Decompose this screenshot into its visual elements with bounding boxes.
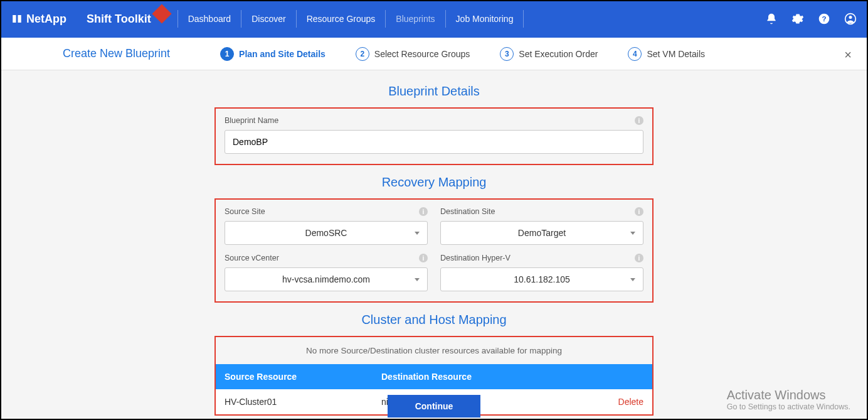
- source-site-select[interactable]: DemoSRC: [225, 221, 428, 245]
- cluster-table-header: Source Resource Destination Resource: [216, 364, 652, 389]
- step-number: 4: [628, 47, 642, 61]
- dest-hv-label: Destination Hyper-V i: [440, 254, 643, 262]
- nav-right: ?: [765, 13, 857, 25]
- step-label: Plan and Site Details: [239, 49, 326, 59]
- bp-name-label: Blueprint Name i: [225, 116, 643, 125]
- blueprint-details-title: Blueprint Details: [388, 84, 480, 99]
- nav-job-monitoring[interactable]: Job Monitoring: [455, 11, 515, 26]
- step-number: 3: [500, 47, 514, 61]
- netapp-logo-icon: [11, 13, 23, 24]
- info-icon[interactable]: i: [635, 207, 643, 216]
- dest-hv-value: 10.61.182.105: [514, 274, 570, 284]
- bp-name-input[interactable]: [225, 130, 643, 154]
- info-icon[interactable]: i: [419, 207, 428, 216]
- cluster-host-title: Cluster and Host Mapping: [361, 313, 506, 327]
- step-number: 1: [220, 47, 234, 61]
- dest-hv-label-text: Destination Hyper-V: [440, 254, 511, 262]
- no-more-resources-msg: No more Source/Destination cluster resou…: [216, 341, 652, 364]
- preview-badge-icon: [152, 4, 171, 23]
- svg-rect-1: [18, 15, 21, 23]
- source-vcenter-select[interactable]: hv-vcsa.nimdemo.com: [225, 267, 428, 291]
- step-label: Set VM Details: [647, 49, 705, 59]
- source-vcenter-value: hv-vcsa.nimdemo.com: [282, 274, 370, 284]
- main-content: Blueprint Details Blueprint Name i Recov…: [0, 70, 868, 420]
- app-title-text: Shift Toolkit: [87, 13, 151, 26]
- source-vcenter-label-text: Source vCenter: [225, 254, 279, 262]
- wizard-steps: 1 Plan and Site Details 2 Select Resourc…: [220, 47, 705, 61]
- nav-divider: [445, 10, 446, 28]
- step-label: Set Execution Order: [519, 49, 598, 59]
- svg-point-5: [849, 16, 852, 19]
- bell-icon[interactable]: [765, 13, 778, 25]
- header-source: Source Resource: [225, 372, 381, 382]
- info-icon[interactable]: i: [419, 254, 428, 262]
- dest-site-label-text: Destination Site: [440, 207, 495, 216]
- source-vcenter-label: Source vCenter i: [225, 254, 428, 262]
- step-select-rg[interactable]: 2 Select Resource Groups: [356, 47, 470, 61]
- nav-divider: [241, 10, 241, 28]
- dest-site-value: DemoTarget: [518, 228, 566, 238]
- watermark-title: Activate Windows: [727, 388, 850, 402]
- dest-site-select[interactable]: DemoTarget: [440, 221, 643, 245]
- brand-text: NetApp: [26, 13, 66, 26]
- top-nav: NetApp Shift Toolkit Dashboard Discover …: [0, 0, 868, 38]
- recovery-mapping-card: Source Site i DemoSRC Destination Site i…: [214, 198, 654, 303]
- nav-divider: [385, 10, 386, 28]
- nav-resource-groups[interactable]: Resource Groups: [305, 11, 377, 26]
- step-vm-details[interactable]: 4 Set VM Details: [628, 47, 705, 61]
- source-site-label: Source Site i: [225, 207, 428, 216]
- nav-discover[interactable]: Discover: [250, 11, 287, 26]
- bp-name-label-text: Blueprint Name: [225, 116, 278, 125]
- wizard-subheader: Create New Blueprint 1 Plan and Site Det…: [0, 38, 868, 70]
- watermark-sub: Go to Settings to activate Windows.: [727, 402, 850, 411]
- recovery-mapping-title: Recovery Mapping: [382, 175, 487, 190]
- source-site-value: DemoSRC: [305, 228, 347, 238]
- step-number: 2: [356, 47, 369, 61]
- nav-dashboard[interactable]: Dashboard: [187, 11, 233, 26]
- nav-divider: [177, 10, 178, 28]
- nav-blueprints[interactable]: Blueprints: [394, 11, 436, 26]
- brand-logo: NetApp: [11, 13, 66, 26]
- app-title: Shift Toolkit: [87, 12, 169, 26]
- continue-button[interactable]: Continue: [388, 395, 481, 417]
- step-exec-order[interactable]: 3 Set Execution Order: [500, 47, 598, 61]
- dest-site-label: Destination Site i: [440, 207, 643, 216]
- user-icon[interactable]: [844, 13, 857, 25]
- help-icon[interactable]: ?: [818, 13, 830, 25]
- step-label: Select Resource Groups: [374, 49, 470, 59]
- dest-hv-select[interactable]: 10.61.182.105: [440, 267, 643, 291]
- blueprint-details-card: Blueprint Name i: [214, 107, 654, 165]
- page-title: Create New Blueprint: [63, 47, 170, 60]
- windows-activation-watermark: Activate Windows Go to Settings to activ…: [727, 388, 850, 411]
- svg-rect-0: [13, 15, 16, 23]
- svg-text:?: ?: [822, 14, 826, 23]
- nav-divider: [523, 10, 524, 28]
- info-icon[interactable]: i: [635, 116, 643, 125]
- header-dest: Destination Resource: [381, 372, 643, 382]
- source-site-label-text: Source Site: [225, 207, 265, 216]
- close-icon[interactable]: ×: [844, 48, 852, 62]
- step-plan-site[interactable]: 1 Plan and Site Details: [220, 47, 326, 61]
- nav-divider: [296, 10, 297, 28]
- gear-icon[interactable]: [791, 13, 804, 25]
- info-icon[interactable]: i: [635, 254, 643, 262]
